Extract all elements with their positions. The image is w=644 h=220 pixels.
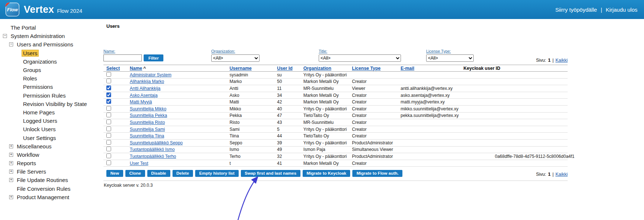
column-header-license-type[interactable]: License Type bbox=[349, 66, 398, 71]
user-name-link[interactable]: Matti Myyjä bbox=[130, 99, 152, 105]
collapse-icon[interactable]: − bbox=[3, 34, 7, 38]
row-select-checkbox[interactable] bbox=[106, 92, 111, 97]
user-name-link[interactable]: Suunnittelija Risto bbox=[130, 120, 165, 125]
go-to-desktop-link[interactable]: Siirry työpöydälle bbox=[555, 7, 597, 13]
row-select-checkbox[interactable] bbox=[106, 106, 111, 111]
user-name-link[interactable]: Suunnittelupäällikkö Seppo bbox=[130, 140, 183, 145]
sidebar-item-label[interactable]: Users bbox=[22, 50, 39, 57]
sidebar-item-label[interactable]: Organizations bbox=[22, 58, 58, 65]
expand-icon[interactable]: + bbox=[9, 170, 13, 174]
user-name-link[interactable]: Alihankkija Marko bbox=[130, 79, 164, 84]
row-select-checkbox[interactable] bbox=[106, 79, 111, 83]
sidebar-item-file-update-routines[interactable]: +File Update Routines bbox=[0, 176, 103, 184]
user-name-link[interactable]: Administrator System bbox=[130, 72, 171, 77]
user-name-link[interactable]: User Test bbox=[130, 161, 148, 166]
expand-icon[interactable]: + bbox=[9, 161, 13, 165]
sidebar-item-revision-visibility-by-state[interactable]: Revision Visibility by State bbox=[0, 100, 103, 108]
column-header-username[interactable]: Username bbox=[227, 66, 274, 71]
sidebar-item-label[interactable]: Logged Users bbox=[22, 117, 58, 124]
sidebar-item-organizations[interactable]: Organizations bbox=[0, 57, 103, 66]
migrate-to-flow-auth-button[interactable]: Migrate to Flow auth. bbox=[352, 170, 402, 177]
sidebar-item-label[interactable]: Users and Permissions bbox=[15, 41, 75, 48]
sidebar-item-label[interactable]: Permission Rules bbox=[22, 92, 67, 99]
name-filter-input[interactable] bbox=[103, 54, 142, 61]
user-name-link[interactable]: Asko Asentaja bbox=[130, 93, 158, 98]
sidebar-item-permissions[interactable]: Permissions bbox=[0, 83, 103, 91]
row-select-checkbox[interactable] bbox=[106, 72, 111, 77]
sidebar-item-file-servers[interactable]: +File Servers bbox=[0, 167, 103, 176]
all-pages-link[interactable]: Kaikki bbox=[556, 58, 568, 63]
sidebar-item-the-portal[interactable]: The Portal bbox=[0, 23, 103, 32]
user-name-link[interactable]: Tuotantopäällikkö Terho bbox=[130, 154, 176, 159]
user-name-link[interactable]: Tuotantopäällikkö Ismo bbox=[130, 147, 175, 152]
expand-icon[interactable]: + bbox=[9, 153, 13, 157]
expand-icon[interactable]: + bbox=[9, 144, 13, 148]
row-select-checkbox[interactable] bbox=[106, 113, 111, 117]
sidebar-item-label[interactable]: User Settings bbox=[22, 134, 57, 141]
sidebar-item-unlock-users[interactable]: Unlock Users bbox=[0, 125, 103, 133]
column-header-user-id[interactable]: User Id bbox=[274, 66, 300, 71]
sidebar-item-reports[interactable]: +Reports bbox=[0, 159, 103, 167]
title-filter-select[interactable]: <All> bbox=[319, 54, 401, 62]
sidebar-item-label[interactable]: Product Management bbox=[15, 194, 71, 201]
sidebar-item-permission-rules[interactable]: Permission Rules bbox=[0, 91, 103, 100]
sidebar-item-label[interactable]: File Update Routines bbox=[15, 177, 69, 183]
disable-button[interactable]: Disable bbox=[147, 170, 170, 177]
expand-icon[interactable]: + bbox=[9, 195, 13, 199]
sidebar-item-label[interactable]: File Conversion Rules bbox=[15, 185, 72, 192]
sidebar-item-label[interactable]: Workflow bbox=[15, 151, 41, 158]
row-select-checkbox[interactable] bbox=[106, 160, 111, 165]
row-select-checkbox[interactable] bbox=[106, 99, 111, 104]
expand-icon[interactable]: + bbox=[9, 178, 13, 182]
new-button[interactable]: New bbox=[106, 170, 123, 177]
sidebar-item-label[interactable]: Roles bbox=[22, 75, 38, 82]
migrate-to-keycloak-button[interactable]: Migrate to Keycloak bbox=[303, 170, 351, 177]
sidebar-item-users-and-permissions[interactable]: −Users and Permissions bbox=[0, 40, 103, 49]
all-pages-link[interactable]: Kaikki bbox=[556, 172, 568, 177]
user-name-link[interactable]: Suunnittelija Mikko bbox=[130, 106, 166, 111]
sidebar-item-miscellaneous[interactable]: +Miscellaneous bbox=[0, 142, 103, 151]
sidebar-item-label[interactable]: Reports bbox=[15, 160, 38, 167]
row-select-checkbox[interactable] bbox=[106, 133, 111, 138]
sidebar-item-label[interactable]: The Portal bbox=[9, 24, 37, 31]
row-select-checkbox[interactable] bbox=[106, 126, 111, 131]
sidebar-item-home-pages[interactable]: Home Pages bbox=[0, 108, 103, 117]
sidebar-item-label[interactable]: Home Pages bbox=[22, 109, 56, 116]
sidebar-item-logged-users[interactable]: Logged Users bbox=[0, 117, 103, 125]
sidebar-item-label[interactable]: Unlock Users bbox=[22, 126, 57, 133]
sidebar-item-user-settings[interactable]: User Settings bbox=[0, 133, 103, 142]
row-select-checkbox[interactable] bbox=[106, 120, 111, 124]
column-header-select[interactable]: Select bbox=[103, 66, 127, 71]
row-select-checkbox[interactable] bbox=[106, 147, 111, 151]
sidebar-item-label[interactable]: Groups bbox=[22, 67, 42, 73]
user-name-link[interactable]: Suunnittelija Tiina bbox=[130, 133, 164, 139]
sidebar-item-label[interactable]: Miscellaneous bbox=[15, 143, 53, 150]
logout-link[interactable]: Kirjaudu ulos bbox=[606, 7, 637, 13]
organization-filter-select[interactable]: <All> bbox=[211, 54, 260, 62]
sidebar-item-file-conversion-rules[interactable]: File Conversion Rules bbox=[0, 185, 103, 193]
sidebar-item-users[interactable]: Users bbox=[0, 49, 103, 57]
sidebar-item-label[interactable]: Revision Visibility by State bbox=[22, 100, 88, 107]
sidebar-item-groups[interactable]: Groups bbox=[0, 66, 103, 74]
sidebar-item-label[interactable]: File Servers bbox=[15, 168, 48, 175]
row-select-checkbox[interactable] bbox=[106, 86, 111, 90]
row-select-checkbox[interactable] bbox=[106, 153, 111, 158]
sidebar-item-label[interactable]: Permissions bbox=[22, 83, 54, 90]
sidebar-item-system-administration[interactable]: −System Administration bbox=[0, 32, 103, 40]
sidebar-item-roles[interactable]: Roles bbox=[0, 74, 103, 83]
collapse-icon[interactable]: − bbox=[9, 42, 13, 46]
user-name-link[interactable]: Suunnittelija Pekka bbox=[130, 113, 167, 118]
column-header-name[interactable]: Name^ bbox=[127, 66, 227, 71]
clone-button[interactable]: Clone bbox=[125, 170, 145, 177]
sidebar-item-label[interactable]: System Administration bbox=[9, 33, 66, 39]
sidebar-item-workflow[interactable]: +Workflow bbox=[0, 151, 103, 159]
license-type-filter-select[interactable]: <All> bbox=[426, 54, 474, 62]
row-select-checkbox[interactable] bbox=[106, 140, 111, 145]
sidebar-item-product-management[interactable]: +Product Management bbox=[0, 193, 103, 201]
column-header-e-mail[interactable]: E-mail bbox=[398, 66, 461, 71]
column-header-organization[interactable]: Organization bbox=[300, 66, 349, 71]
filter-button[interactable]: Filter bbox=[144, 54, 163, 61]
user-name-link[interactable]: Suunnittelija Sami bbox=[130, 127, 165, 132]
delete-button[interactable]: Delete bbox=[173, 170, 193, 177]
user-name-link[interactable]: Antti Alihankkija bbox=[130, 86, 160, 91]
